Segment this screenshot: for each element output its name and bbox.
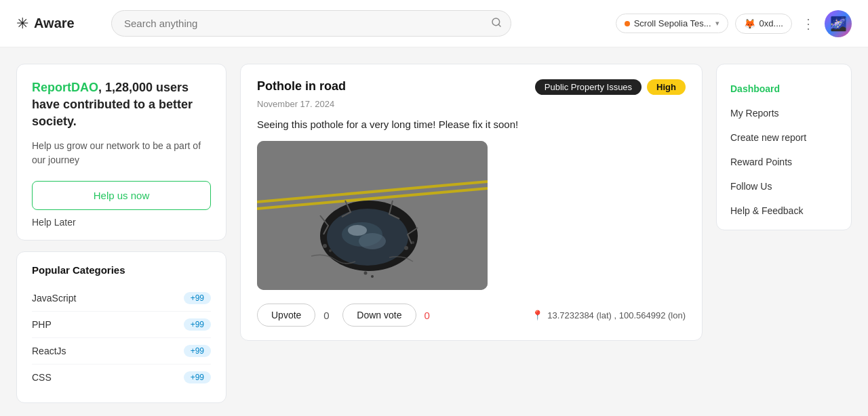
categories-list: JavaScript +99 PHP +99 ReactJs +99 CSS +… [32, 285, 211, 390]
cta-subtitle: Help us grow our network to be a part of… [32, 139, 211, 167]
feed-area: Pothole in road Public Property Issues H… [240, 64, 703, 403]
upvote-button[interactable]: Upvote [257, 304, 315, 327]
right-sidebar: Dashboard My Reports Create new report R… [716, 64, 852, 403]
category-count: +99 [184, 292, 211, 304]
category-count: +99 [184, 318, 211, 331]
logo-text: Aware [34, 16, 75, 31]
sidebar-item-reward-points[interactable]: Reward Points [717, 150, 851, 174]
list-item[interactable]: JavaScript +99 [32, 285, 211, 312]
svg-point-10 [348, 225, 367, 236]
sidebar-item-create-report[interactable]: Create new report [717, 125, 851, 150]
report-date: November 17. 2024 [257, 99, 686, 109]
category-name: PHP [32, 319, 52, 330]
right-nav: Dashboard My Reports Create new report R… [716, 64, 852, 230]
sidebar-item-dashboard[interactable]: Dashboard [717, 77, 851, 101]
downvote-count: 0 [425, 310, 435, 321]
categories-title: Popular Categories [32, 264, 211, 276]
cta-card: ReportDAO, 1,28,000 users have contribut… [16, 64, 226, 241]
list-item[interactable]: ReactJs +99 [32, 338, 211, 365]
main-content: ReportDAO, 1,28,000 users have contribut… [0, 47, 868, 416]
upvote-count: 0 [323, 310, 334, 321]
list-item[interactable]: PHP +99 [32, 312, 211, 338]
search-icon [491, 17, 502, 30]
downvote-button[interactable]: Down vote [342, 304, 416, 327]
report-description: Seeing this pothole for a very long time… [257, 119, 686, 130]
logo-area: ✳ Aware [16, 15, 98, 33]
svg-point-13 [404, 246, 408, 250]
svg-point-15 [364, 272, 368, 275]
svg-line-1 [498, 24, 500, 26]
avatar[interactable]: 🌌 [825, 10, 852, 37]
help-later-button[interactable]: Help Later [32, 217, 76, 228]
cta-highlight: ReportDAO [32, 81, 98, 94]
categories-card: Popular Categories JavaScript +99 PHP +9… [16, 251, 226, 403]
cta-title: ReportDAO, 1,28,000 users have contribut… [32, 79, 211, 131]
header-right: Scroll Sepolia Tes... ▾ 🦊 0xd.... ⋮ 🌌 [616, 10, 852, 37]
wallet-icon: 🦊 [744, 18, 755, 29]
category-name: CSS [32, 372, 52, 383]
category-name: ReactJs [32, 346, 66, 356]
list-item[interactable]: CSS +99 [32, 365, 211, 390]
category-count: +99 [184, 345, 211, 357]
location-text: 13.7232384 (lat) , 100.564992 (lon) [547, 310, 686, 320]
svg-point-9 [359, 233, 386, 249]
header: ✳ Aware Scroll Sepolia Tes... ▾ 🦊 0xd...… [0, 0, 868, 47]
report-tags: Public Property Issues High [535, 79, 686, 95]
report-header: Pothole in road Public Property Issues H… [257, 79, 686, 95]
sidebar-item-follow-us[interactable]: Follow Us [717, 174, 851, 199]
left-sidebar: ReportDAO, 1,28,000 users have contribut… [16, 64, 226, 403]
network-selector[interactable]: Scroll Sepolia Tes... ▾ [616, 14, 728, 33]
report-title: Pothole in road [257, 79, 346, 93]
category-name: JavaScript [32, 293, 76, 304]
chevron-down-icon: ▾ [715, 19, 719, 28]
more-options-button[interactable]: ⋮ [799, 16, 818, 32]
svg-point-16 [371, 275, 374, 278]
report-card: Pothole in road Public Property Issues H… [240, 64, 703, 341]
sidebar-item-my-reports[interactable]: My Reports [717, 101, 851, 125]
help-now-button[interactable]: Help us now [32, 181, 211, 210]
report-footer: Upvote 0 Down vote 0 📍 13.7232384 (lat) … [257, 304, 686, 327]
report-image [257, 141, 488, 290]
logo-icon: ✳ [16, 15, 28, 33]
svg-point-14 [412, 241, 414, 244]
svg-point-11 [323, 244, 327, 248]
location-icon: 📍 [532, 310, 543, 320]
tag-category: Public Property Issues [535, 79, 642, 95]
location-info: 📍 13.7232384 (lat) , 100.564992 (lon) [532, 310, 686, 320]
wallet-address[interactable]: 🦊 0xd.... [735, 14, 792, 34]
tag-severity: High [647, 79, 686, 95]
svg-point-12 [329, 249, 332, 252]
wallet-label: 0xd.... [760, 18, 783, 28]
category-count: +99 [184, 371, 211, 383]
network-dot [625, 21, 630, 26]
network-label: Scroll Sepolia Tes... [634, 18, 711, 28]
sidebar-item-help-feedback[interactable]: Help & Feedback [717, 199, 851, 223]
search-bar [111, 10, 511, 37]
search-input[interactable] [111, 10, 511, 37]
